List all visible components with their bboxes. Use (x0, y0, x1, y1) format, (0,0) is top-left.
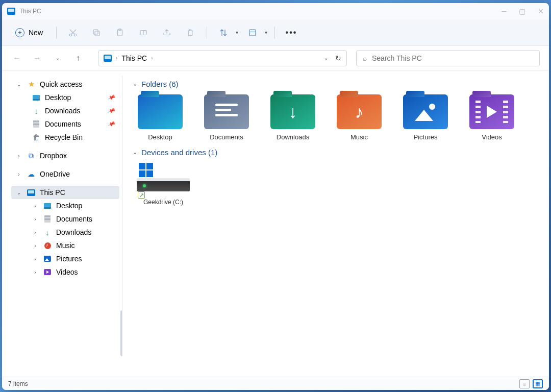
chevron-right-icon: › (15, 172, 22, 177)
paste-button[interactable] (111, 23, 129, 42)
chevron-right-icon: › (151, 55, 153, 61)
view-large-icons-button[interactable]: ▦ (533, 379, 543, 388)
status-item-count: 7 items (8, 380, 28, 387)
chevron-right-icon: › (32, 230, 39, 235)
sidebar-item-label: Documents (45, 120, 81, 128)
shortcut-overlay-icon: ↗ (138, 191, 145, 199)
folder-videos[interactable]: Videos (467, 94, 516, 141)
sidebar-item-label: Videos (56, 268, 78, 276)
sidebar-item-pc-downloads[interactable]: › ↓ Downloads (11, 226, 119, 239)
pictures-folder-icon (403, 94, 448, 129)
sidebar-item-downloads[interactable]: ↓ Downloads 📌 (11, 104, 119, 117)
folder-downloads[interactable]: ↓ Downloads (268, 94, 317, 141)
sidebar-item-pc-documents[interactable]: › Documents (11, 212, 119, 226)
forward-button[interactable]: → (32, 53, 43, 64)
sidebar-item-label: Pictures (56, 255, 82, 263)
breadcrumb-root[interactable]: This PC (121, 54, 147, 62)
sidebar-item-pc-pictures[interactable]: › Pictures (11, 252, 119, 265)
documents-icon (33, 120, 39, 128)
sidebar-item-label: Music (56, 241, 75, 250)
view-details-button[interactable]: ≡ (519, 379, 530, 388)
up-button[interactable]: ↑ (72, 53, 84, 64)
folder-label: Music (350, 133, 368, 141)
recent-locations-button[interactable]: ⌄ (52, 53, 63, 64)
this-pc-icon (7, 8, 15, 15)
pin-icon: 📌 (107, 106, 116, 115)
cut-button[interactable] (64, 23, 82, 42)
group-header-folders[interactable]: ⌄ Folders (6) (133, 80, 539, 88)
sidebar-item-pc-desktop[interactable]: › Desktop (11, 199, 119, 212)
refresh-button[interactable]: ↻ (335, 54, 341, 62)
chevron-right-icon: › (32, 216, 39, 222)
delete-button[interactable] (181, 23, 199, 42)
sidebar-item-desktop[interactable]: Desktop 📌 (11, 91, 119, 104)
copy-button[interactable] (87, 23, 106, 42)
group-header-drives[interactable]: ⌄ Devices and drives (1) (133, 148, 539, 157)
view-button[interactable] (243, 23, 262, 42)
sidebar-item-documents[interactable]: Documents 📌 (11, 117, 119, 131)
sidebar-item-label: Desktop (56, 202, 82, 210)
more-button[interactable]: ••• (282, 23, 300, 42)
svg-rect-7 (249, 30, 256, 36)
toolbar: + New ▾ ▾ ••• (2, 19, 549, 46)
sidebar-item-label: Quick access (40, 80, 82, 88)
chevron-right-icon: › (116, 55, 117, 61)
search-box[interactable]: ⌕ (356, 50, 540, 66)
folder-documents[interactable]: Documents (202, 94, 251, 141)
chevron-right-icon: › (32, 256, 39, 262)
drive-c[interactable]: ↗ Geekdrive (C:) (136, 163, 191, 206)
pin-icon: 📌 (107, 93, 116, 102)
back-button[interactable]: ← (11, 53, 22, 64)
pin-icon: 📌 (107, 119, 116, 128)
sidebar-item-label: Recycle Bin (45, 133, 83, 141)
chevron-right-icon: › (32, 243, 39, 249)
music-icon (44, 242, 51, 249)
folder-music[interactable]: ♪ Music (335, 94, 384, 141)
svg-rect-2 (95, 31, 99, 36)
status-bar: 7 items ≡ ▦ (2, 377, 549, 390)
minimize-button[interactable]: ─ (502, 7, 507, 15)
sidebar-item-label: Downloads (56, 228, 91, 236)
sidebar-item-dropbox[interactable]: › ⧉ Dropbox (11, 149, 119, 162)
folder-label: Downloads (277, 133, 309, 141)
sidebar-item-this-pc[interactable]: ⌄ This PC (11, 186, 119, 199)
sidebar-item-label: OneDrive (40, 170, 70, 178)
close-button[interactable]: ✕ (538, 7, 544, 15)
file-explorer-window: This PC ─ ▢ ✕ + New ▾ ▾ ••• ← → ⌄ ↑ (2, 3, 549, 390)
sidebar-item-pc-videos[interactable]: › Videos (11, 265, 119, 279)
sidebar-item-onedrive[interactable]: › ☁ OneDrive (11, 167, 119, 181)
chevron-down-icon[interactable]: ⌄ (324, 55, 328, 61)
share-button[interactable] (158, 23, 176, 42)
folder-label: Videos (482, 133, 502, 141)
group-header-label: Folders (6) (141, 80, 179, 88)
search-input[interactable] (372, 54, 533, 62)
sidebar-item-recycle-bin[interactable]: 🗑 Recycle Bin (11, 131, 119, 144)
recycle-bin-icon: 🗑 (32, 133, 41, 141)
videos-folder-icon (469, 94, 514, 129)
desktop-icon (44, 203, 51, 209)
folder-pictures[interactable]: Pictures (401, 94, 450, 141)
windows-logo-icon (139, 163, 153, 177)
address-bar[interactable]: › This PC › ⌄ ↻ (98, 50, 347, 66)
this-pc-icon (104, 55, 112, 62)
sidebar-item-label: Desktop (45, 93, 71, 102)
drive-icon: ↗ (137, 163, 190, 195)
chevron-down-icon: ⌄ (133, 149, 137, 156)
sidebar-item-label: Documents (56, 215, 92, 223)
videos-icon (44, 269, 51, 275)
sidebar-item-pc-music[interactable]: › Music (11, 239, 119, 252)
documents-icon (44, 215, 51, 223)
scrollbar-thumb[interactable] (120, 310, 122, 356)
folder-desktop[interactable]: Desktop (136, 94, 185, 141)
new-button[interactable]: + New (9, 26, 49, 39)
folder-label: Pictures (414, 133, 438, 141)
rename-button[interactable] (134, 23, 153, 42)
maximize-button[interactable]: ▢ (519, 7, 525, 15)
sidebar-item-label: Downloads (45, 107, 80, 115)
dropbox-icon: ⧉ (27, 152, 36, 160)
plus-icon: + (15, 28, 24, 37)
window-title: This PC (19, 8, 41, 15)
sort-button[interactable] (214, 23, 233, 42)
sidebar-item-quick-access[interactable]: ⌄ ★ Quick access (11, 78, 119, 91)
drive-label: Geekdrive (C:) (143, 199, 183, 206)
